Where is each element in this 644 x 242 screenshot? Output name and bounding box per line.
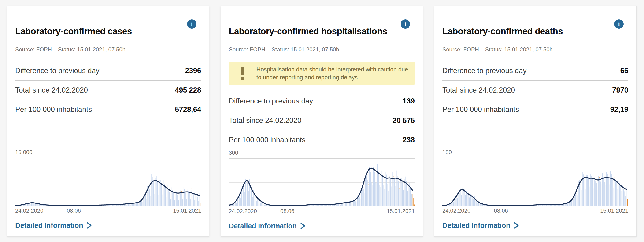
stat-label: Total since 24.02.2020 [229,116,302,125]
stats-table: Difference to previous day 139 Total sin… [229,92,415,149]
stat-value: 495 228 [175,86,201,94]
chevron-right-icon [514,222,519,229]
detailed-information-link[interactable]: Detailed Information [229,222,306,230]
x-axis-labels: 24.02.2020 08.06 15.01.2021 [229,208,415,215]
stat-value: 238 [402,136,415,144]
x-axis-end-label: 15.01.2021 [173,207,201,214]
x-axis-mid-label: 08.06 [494,207,508,214]
hospitalisations-trend-chart [229,158,415,207]
card-header: Laboratory-confirmed deaths i [442,19,628,44]
x-axis-start-label: 24.02.2020 [15,207,43,214]
stat-label: Difference to previous day [442,67,527,75]
detailed-information-link[interactable]: Detailed Information [15,222,92,229]
chevron-right-icon [86,222,92,229]
stat-row-per-100000: Per 100 000 inhabitants 238 [229,130,415,149]
stat-label: Difference to previous day [229,97,313,105]
stat-value: 139 [402,97,415,105]
stats-table: Difference to previous day 66 Total sinc… [442,61,628,119]
stat-row-difference: Difference to previous day 139 [229,92,415,111]
card-cases: Laboratory-confirmed cases i Source: FOP… [7,6,209,237]
x-axis-start-label: 24.02.2020 [442,207,470,214]
exclamation-icon [229,67,256,80]
y-axis-max-label: 15 000 [15,149,201,156]
stat-label: Total since 24.02.2020 [15,86,88,94]
stat-row-total: Total since 24.02.2020 20 575 [229,111,415,130]
stat-label: Per 100 000 inhabitants [442,105,519,114]
chevron-right-icon [300,222,306,229]
x-axis-labels: 24.02.2020 08.06 15.01.2021 [15,207,201,215]
dashboard: Laboratory-confirmed cases i Source: FOP… [0,0,644,242]
stat-value: 7970 [612,86,628,94]
stat-value: 20 575 [392,116,415,125]
stat-row-difference: Difference to previous day 66 [442,61,628,81]
source-status: Source: FOPH – Status: 15.01.2021, 07.50… [15,46,201,53]
card-header: Laboratory-confirmed cases i [15,19,201,44]
warning-banner: Hospitalisation data should be interpret… [229,62,415,85]
page-title: Laboratory-confirmed cases [15,26,132,37]
stat-row-per-100000: Per 100 000 inhabitants 92,19 [442,100,628,119]
detailed-information-link[interactable]: Detailed Information [442,222,519,229]
stat-value: 92,19 [610,105,628,114]
y-axis-max-label: 300 [229,149,415,156]
chart-section: 15 000 24.02.2020 08.06 15.01.2021 [15,149,201,215]
x-axis-mid-label: 08.06 [67,207,81,214]
chart-section: 150 24.02.2020 08.06 15.01.2021 [442,149,628,215]
link-label: Detailed Information [442,222,510,229]
x-axis-mid-label: 08.06 [280,208,294,215]
chart-section: 300 24.02.2020 08.06 15.01.2021 [229,149,415,215]
card-header: Laboratory-confirmed hospitalisations i [229,19,415,44]
stat-row-total: Total since 24.02.2020 7970 [442,81,628,100]
y-axis-max-label: 150 [442,149,628,156]
stat-value: 5728,64 [175,105,201,114]
stat-row-per-100000: Per 100 000 inhabitants 5728,64 [15,100,201,119]
stat-value: 2396 [185,67,201,75]
x-axis-end-label: 15.01.2021 [600,207,628,214]
stat-row-difference: Difference to previous day 2396 [15,61,201,81]
stat-value: 66 [620,67,628,75]
x-axis-end-label: 15.01.2021 [387,208,415,215]
stat-row-total: Total since 24.02.2020 495 228 [15,81,201,100]
stat-label: Total since 24.02.2020 [442,86,515,94]
page-title: Laboratory-confirmed hospitalisations [229,26,387,37]
info-icon[interactable]: i [401,19,410,29]
card-deaths: Laboratory-confirmed deaths i Source: FO… [434,6,636,237]
x-axis-start-label: 24.02.2020 [229,208,257,215]
stat-label: Per 100 000 inhabitants [15,105,92,114]
link-label: Detailed Information [229,222,297,230]
page-title: Laboratory-confirmed deaths [442,26,563,37]
card-hospitalisations: Laboratory-confirmed hospitalisations i … [220,6,423,237]
x-axis-labels: 24.02.2020 08.06 15.01.2021 [442,207,628,215]
warning-text: Hospitalisation data should be interpret… [256,65,408,81]
source-status: Source: FOPH – Status: 15.01.2021, 07.50… [442,46,628,53]
cases-trend-chart [15,157,201,206]
stat-label: Difference to previous day [15,67,100,75]
info-icon[interactable]: i [187,19,196,29]
source-status: Source: FOPH – Status: 15.01.2021, 07.50… [229,46,415,53]
link-label: Detailed Information [15,222,83,229]
stat-label: Per 100 000 inhabitants [229,136,305,144]
info-icon[interactable]: i [614,19,624,29]
deaths-trend-chart [442,157,628,206]
stats-table: Difference to previous day 2396 Total si… [15,61,201,119]
